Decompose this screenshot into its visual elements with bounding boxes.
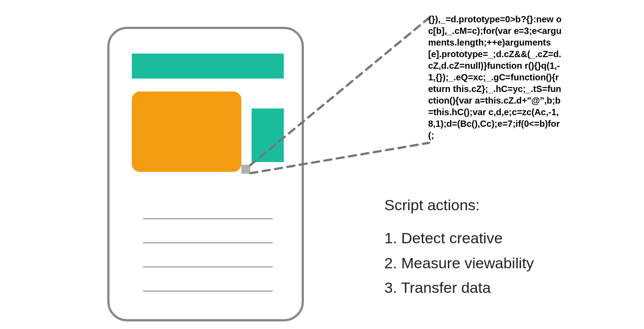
- action-item: 2. Measure viewability: [384, 253, 534, 274]
- tracking-pixel: [241, 165, 250, 174]
- phone-mockup: [107, 27, 304, 321]
- script-actions-list: 1. Detect creative 2. Measure viewabilit…: [384, 228, 534, 302]
- text-line: [143, 242, 273, 243]
- code-snippet: {}),_=d.prototype=0>b?{}:new oc[b],_.cM=…: [428, 13, 562, 141]
- text-line: [143, 291, 273, 292]
- action-item: 3. Transfer data: [384, 277, 534, 299]
- script-actions-heading: Script actions:: [384, 196, 480, 214]
- text-line: [143, 218, 273, 219]
- ad-creative-block: [132, 92, 241, 172]
- text-line: [143, 267, 273, 267]
- sidebar-block: [252, 108, 284, 162]
- page-header-bar: [132, 54, 284, 79]
- action-item: 1. Detect creative: [384, 228, 534, 249]
